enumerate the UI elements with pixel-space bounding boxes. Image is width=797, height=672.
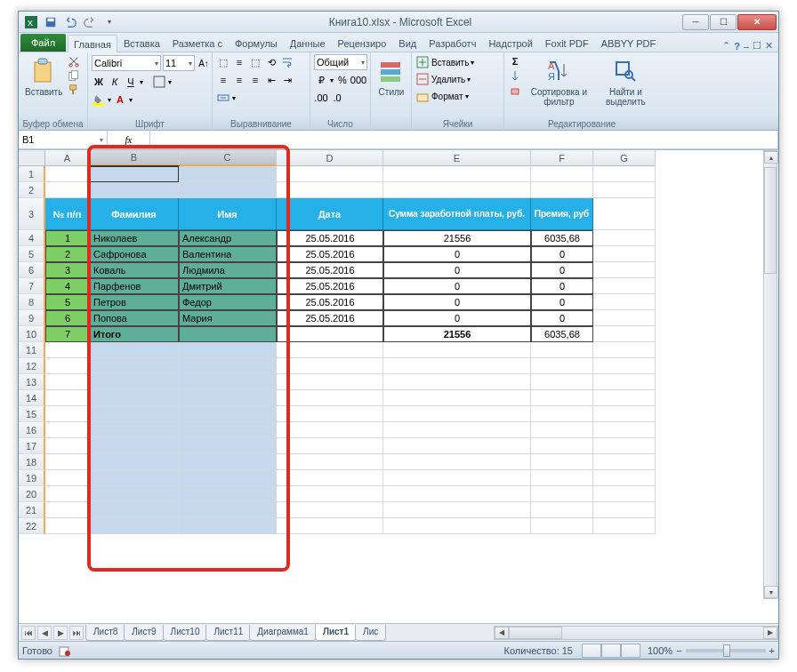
cell[interactable] [45,166,90,182]
cell[interactable] [179,438,277,454]
cell[interactable] [277,502,383,518]
zoom-out-button[interactable]: − [676,645,681,656]
cell[interactable]: Дмитрий [179,278,277,294]
tab-home[interactable]: Главная [68,35,117,52]
cell[interactable]: Фамилия [90,198,179,230]
cell[interactable] [277,454,383,470]
cell[interactable]: 6035,68 [531,326,593,342]
cell[interactable] [90,502,179,518]
cell[interactable] [179,486,277,502]
cell[interactable] [90,422,179,438]
cell[interactable] [531,454,593,470]
cell[interactable] [90,166,179,182]
row-head[interactable]: 12 [19,358,45,374]
align-mid-icon[interactable]: ≡ [232,55,246,69]
cell[interactable] [90,358,179,374]
file-tab[interactable]: Файл [20,34,66,52]
cell[interactable] [45,390,90,406]
cell[interactable] [531,182,593,198]
cell[interactable]: Александр [179,230,277,246]
fill-dd-icon[interactable]: ▾ [108,96,111,104]
cell[interactable] [383,374,531,390]
dec-decimal-icon[interactable]: .00 [314,91,328,105]
row-head[interactable]: 11 [19,342,45,358]
qat-redo-button[interactable] [81,14,99,30]
cell[interactable] [45,182,90,198]
col-head-C[interactable]: C [179,150,277,166]
dec-indent-icon[interactable]: ⇤ [264,73,278,87]
paste-button[interactable]: Вставить [22,54,65,100]
cell[interactable] [531,470,593,486]
cell[interactable] [383,454,531,470]
col-head-D[interactable]: D [277,150,383,166]
merge-dd-icon[interactable]: ▾ [232,94,236,102]
cell[interactable]: 2 [45,246,90,262]
col-head-A[interactable]: A [45,150,90,166]
row-head[interactable]: 22 [19,518,45,534]
qat-more-button[interactable]: ▾ [101,14,118,30]
cell[interactable]: 4 [45,278,90,294]
cell[interactable] [593,278,656,294]
row-head[interactable]: 20 [19,486,45,502]
font-color-button[interactable]: A [113,92,127,107]
cell[interactable] [593,230,656,246]
cell[interactable]: 25.05.2016 [277,294,383,310]
cell[interactable] [593,294,656,310]
format-cells-button[interactable]: Формат▾ [415,89,469,103]
cell[interactable] [45,438,90,454]
hscroll-thumb[interactable] [509,627,562,639]
cell[interactable] [593,262,656,278]
cell[interactable] [179,358,277,374]
cell[interactable] [179,166,277,182]
bold-button[interactable]: Ж [92,75,106,89]
cell[interactable] [593,518,656,534]
scroll-down-icon[interactable]: ▾ [764,586,778,598]
styles-button[interactable]: Стили [374,54,408,100]
qat-save-button[interactable] [42,14,60,30]
row-head[interactable]: 9 [19,310,45,326]
maximize-button[interactable]: ☐ [710,14,737,30]
cut-icon[interactable] [67,54,81,68]
zoom-slider[interactable] [686,649,766,652]
row-head[interactable]: 15 [19,406,45,422]
row-head[interactable]: 2 [19,182,45,198]
view-normal-button[interactable] [582,644,601,658]
cell[interactable] [593,198,656,230]
cell[interactable]: 3 [45,262,90,278]
cell[interactable]: Мария [179,310,277,326]
row-head[interactable]: 14 [19,390,45,406]
col-head-B[interactable]: B [90,150,179,166]
row-head[interactable]: 21 [19,502,45,518]
cell[interactable] [179,422,277,438]
cell[interactable] [383,502,531,518]
number-format-combo[interactable]: Общий▾ [314,54,367,70]
sheet-tab-active[interactable]: Лист1 [315,625,357,641]
vscroll-thumb[interactable] [764,167,777,274]
inc-decimal-icon[interactable]: .0 [330,91,344,105]
close-button[interactable]: ✕ [737,14,777,30]
cell[interactable] [277,518,383,534]
currency-dd-icon[interactable]: ▾ [330,76,334,84]
cell[interactable] [531,390,593,406]
view-pagebreak-button[interactable] [621,644,640,658]
align-top-icon[interactable]: ⬚ [216,55,230,69]
help-icon[interactable]: ? [734,41,740,52]
tab-addin[interactable]: Надстрой [482,34,538,52]
name-box[interactable]: B1▾ [19,131,108,149]
cell[interactable] [90,342,179,358]
cell[interactable] [383,358,531,374]
cell[interactable]: Имя [179,198,277,230]
cell[interactable] [90,438,179,454]
scroll-up-icon[interactable]: ▴ [764,151,778,164]
tab-dev[interactable]: Разработч [423,34,482,52]
cell[interactable] [45,454,90,470]
wrap-text-icon[interactable] [280,55,294,69]
cell[interactable] [593,166,656,182]
cell[interactable] [383,406,531,422]
cell[interactable] [90,454,179,470]
delete-cells-button[interactable]: Удалить▾ [415,72,471,86]
select-all-corner[interactable] [19,150,45,166]
cell[interactable]: 21556 [383,230,531,246]
cell[interactable] [179,342,277,358]
row-head[interactable]: 5 [19,246,45,262]
